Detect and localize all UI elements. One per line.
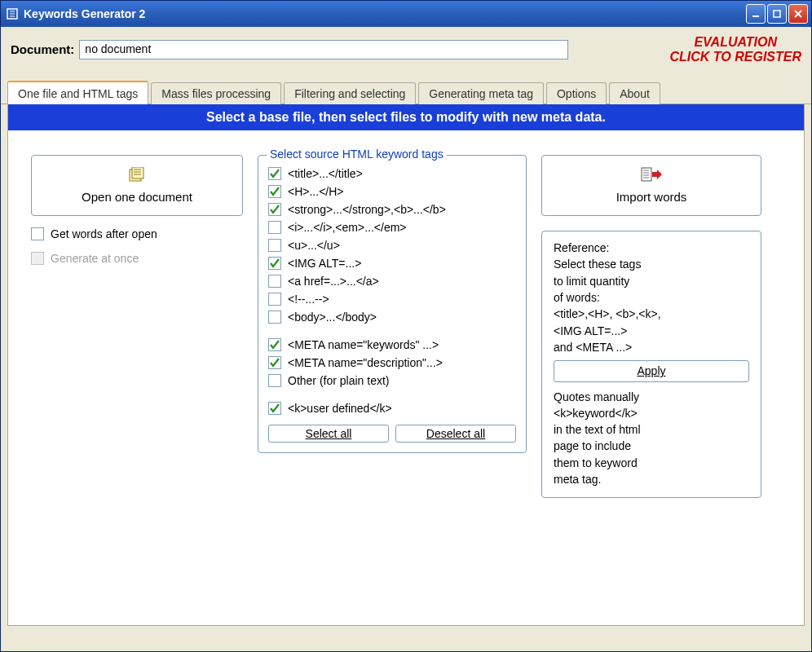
ref-top-line-2: to limit quantity <box>554 273 749 289</box>
content-area: Open one document Get words after open G… <box>8 130 804 522</box>
select-all-button[interactable]: Select all <box>268 425 389 443</box>
tag-row-3: <i>...</i>,<em>...</em> <box>268 221 516 234</box>
tag-row-1: <H>...</H> <box>268 185 516 198</box>
generate-once-label: Generate at once <box>51 252 139 265</box>
open-document-label: Open one document <box>40 190 234 204</box>
tag-user-row-0: <k>user defined</k> <box>268 402 516 415</box>
document-row: Document: no document EVALUATION CLICK T… <box>1 27 811 70</box>
tag-checkbox-8[interactable] <box>268 311 281 324</box>
ref-bot-line-3: page to include <box>554 438 749 454</box>
middle-column: Select source HTML keyword tags <title>.… <box>258 155 527 453</box>
tab-5[interactable]: About <box>609 82 660 104</box>
import-icon <box>641 167 662 185</box>
window-title: Keywords Generator 2 <box>24 7 746 20</box>
tag-checkbox-7[interactable] <box>268 293 281 306</box>
eval-line2: CLICK TO REGISTER <box>670 50 802 64</box>
tags-groupbox: Select source HTML keyword tags <title>.… <box>258 155 527 453</box>
ref-bot-line-2: in the text of html <box>554 421 749 438</box>
generate-once-checkbox-row: Generate at once <box>31 252 243 265</box>
tab-2[interactable]: Filtering and selecting <box>284 82 416 104</box>
left-column: Open one document Get words after open G… <box>31 155 243 265</box>
tag-row-0: <title>...</title> <box>268 167 516 180</box>
tab-0[interactable]: One file and HTML tags <box>7 81 148 104</box>
window-controls <box>746 4 808 24</box>
tag-label-7: <!--...--> <box>288 293 329 306</box>
deselect-all-button[interactable]: Deselect all <box>395 425 516 443</box>
svg-marker-18 <box>652 170 662 179</box>
tag-label-2: <strong>...</strong>,<b>...</b> <box>288 203 446 216</box>
tag-label-1: <H>...</H> <box>288 185 343 198</box>
tag-checkbox-4[interactable] <box>268 239 281 252</box>
tag-checkbox-6[interactable] <box>268 275 281 288</box>
tag-list-2: <META name="keywords" ...><META name="de… <box>268 338 516 387</box>
tag-list-3: <k>user defined</k> <box>268 402 516 415</box>
tag-meta-label-2: Other (for plain text) <box>288 374 390 387</box>
ref-top-line-4: <title>,<H>, <b>,<k>, <box>554 306 749 322</box>
app-icon <box>6 7 19 20</box>
tag-row-7: <!--...--> <box>268 293 516 306</box>
minimize-button[interactable] <box>746 4 766 24</box>
tag-meta-checkbox-1[interactable] <box>268 356 281 369</box>
tag-meta-label-1: <META name="description"...> <box>288 356 443 369</box>
tag-checkbox-2[interactable] <box>268 203 281 216</box>
tabstrip: One file and HTML tagsMass files process… <box>1 70 811 104</box>
tag-row-4: <u>...</u> <box>268 239 516 252</box>
close-button[interactable] <box>788 4 808 24</box>
ref-bot-line-5: meta tag. <box>554 471 749 487</box>
tag-meta-row-0: <META name="keywords" ...> <box>268 338 516 351</box>
tag-label-8: <body>...</body> <box>288 311 377 324</box>
evaluation-link[interactable]: EVALUATION CLICK TO REGISTER <box>670 35 802 64</box>
tag-list-1: <title>...</title><H>...</H><strong>...<… <box>268 167 516 324</box>
tag-meta-row-2: Other (for plain text) <box>268 374 516 387</box>
tag-meta-label-0: <META name="keywords" ...> <box>288 338 439 351</box>
tab-panel: Select a base file, then select files to… <box>7 104 805 626</box>
maximize-button[interactable] <box>767 4 787 24</box>
tag-checkbox-1[interactable] <box>268 185 281 198</box>
right-column: Import words Reference:Select these tags… <box>541 155 761 498</box>
tab-3[interactable]: Generating meta tag <box>418 82 544 104</box>
tag-label-6: <a href=...>...</a> <box>288 275 379 288</box>
ref-top-line-0: Reference: <box>554 240 749 256</box>
ref-bot-line-0: Quotes manually <box>554 389 749 405</box>
open-document-button[interactable]: Open one document <box>31 155 243 216</box>
reference-bottom: Quotes manually<k>keyword</k>in the text… <box>554 389 749 488</box>
tag-label-0: <title>...</title> <box>288 167 363 180</box>
ref-bot-line-4: them to keyword <box>554 455 749 471</box>
tag-row-2: <strong>...</strong>,<b>...</b> <box>268 203 516 216</box>
tab-1[interactable]: Mass files processing <box>151 82 281 104</box>
apply-button[interactable]: Apply <box>554 360 749 381</box>
titlebar: Keywords Generator 2 <box>1 1 811 27</box>
tag-user-checkbox-0[interactable] <box>268 402 281 415</box>
tag-label-3: <i>...</i>,<em>...</em> <box>288 221 407 234</box>
tag-row-6: <a href=...>...</a> <box>268 275 516 288</box>
ref-top-line-1: Select these tags <box>554 256 749 272</box>
document-field[interactable]: no document <box>79 40 568 59</box>
get-words-checkbox[interactable] <box>31 227 44 240</box>
tag-meta-checkbox-0[interactable] <box>268 338 281 351</box>
reference-top: Reference:Select these tagsto limit quan… <box>554 240 749 355</box>
import-words-button[interactable]: Import words <box>541 155 761 216</box>
tag-meta-checkbox-2[interactable] <box>268 374 281 387</box>
ref-top-line-5: <IMG ALT=...> <box>554 323 749 339</box>
tab-4[interactable]: Options <box>546 82 607 104</box>
ref-bot-line-1: <k>keyword</k> <box>554 405 749 421</box>
tag-checkbox-0[interactable] <box>268 167 281 180</box>
import-words-label: Import words <box>550 190 752 204</box>
ref-top-line-3: of words: <box>554 289 749 306</box>
ref-top-line-6: and <META ...> <box>554 339 749 355</box>
get-words-checkbox-row: Get words after open <box>31 227 243 240</box>
svg-rect-5 <box>774 11 780 17</box>
eval-line1: EVALUATION <box>670 35 802 50</box>
instruction-banner: Select a base file, then select files to… <box>8 104 804 130</box>
tag-row-8: <body>...</body> <box>268 311 516 324</box>
reference-box: Reference:Select these tagsto limit quan… <box>541 231 761 498</box>
document-icon <box>127 167 147 185</box>
tag-checkbox-3[interactable] <box>268 221 281 234</box>
tag-checkbox-5[interactable] <box>268 257 281 270</box>
tag-label-5: <IMG ALT=...> <box>288 257 361 270</box>
document-label: Document: <box>11 42 74 56</box>
tag-meta-row-1: <META name="description"...> <box>268 356 516 369</box>
svg-rect-13 <box>642 168 651 181</box>
tags-group-title: Select source HTML keyword tags <box>267 148 447 161</box>
generate-once-checkbox <box>31 252 44 265</box>
